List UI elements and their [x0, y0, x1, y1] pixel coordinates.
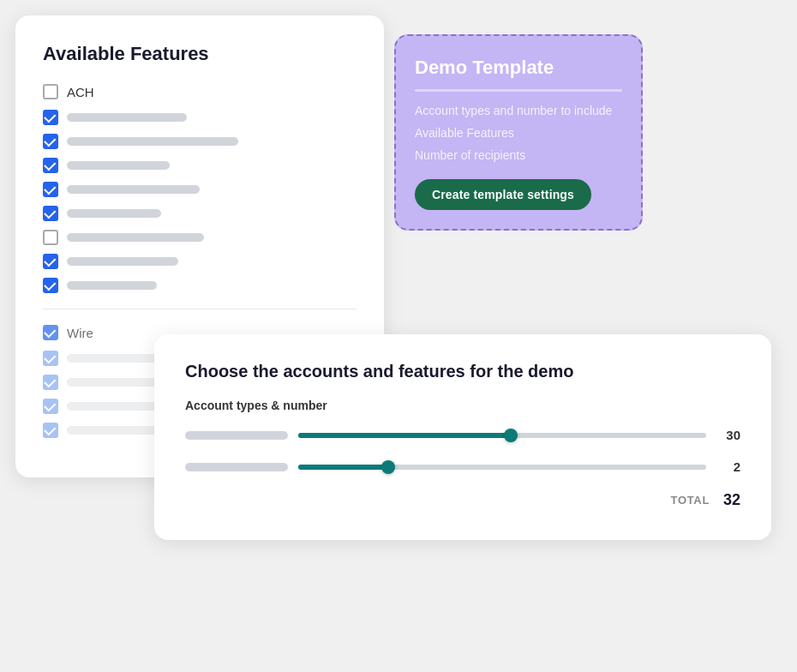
ach-row-bar-1 [67, 113, 187, 122]
ach-row-7[interactable] [43, 254, 357, 269]
total-label: TOTAL [671, 494, 710, 507]
ach-checkbox-8[interactable] [43, 278, 58, 293]
wire-checkbox-1[interactable] [43, 351, 58, 366]
demo-template-card: Demo Template Account types and number t… [394, 34, 643, 231]
total-row: TOTAL 32 [185, 491, 740, 509]
ach-row-4[interactable] [43, 182, 357, 197]
ach-row-bar-5 [67, 209, 161, 218]
choose-accounts-card: Choose the accounts and features for the… [154, 334, 771, 540]
ach-checkbox[interactable] [43, 84, 58, 99]
slider-row-1: 30 [185, 428, 740, 442]
total-value: 32 [723, 491, 740, 509]
ach-row-bar-2 [67, 137, 238, 146]
slider-row-2: 2 [185, 459, 740, 474]
ach-row-6[interactable] [43, 230, 357, 245]
demo-divider [415, 89, 622, 92]
slider-2-left-label [185, 463, 288, 471]
slider-2-fill [298, 465, 388, 470]
demo-item-2: Available Features [415, 126, 622, 140]
ach-row-bar-4 [67, 185, 200, 194]
slider-1-track[interactable] [298, 433, 706, 438]
choose-accounts-title: Choose the accounts and features for the… [185, 362, 740, 381]
ach-row-5[interactable] [43, 206, 357, 221]
ach-checkbox-5[interactable] [43, 206, 58, 221]
create-template-settings-button[interactable]: Create template settings [415, 179, 591, 210]
wire-checkbox-4[interactable] [43, 423, 58, 438]
ach-row-bar-8 [67, 281, 157, 290]
wire-checkbox[interactable] [43, 325, 58, 340]
account-types-section-label: Account types & number [185, 399, 740, 412]
slider-1-thumb[interactable] [504, 429, 518, 442]
demo-item-1: Account types and number to include [415, 104, 622, 117]
ach-checkbox-4[interactable] [43, 182, 58, 197]
ach-checkbox-3[interactable] [43, 158, 58, 173]
demo-item-3: Number of recipients [415, 148, 622, 162]
slider-2-track[interactable] [298, 465, 706, 470]
ach-checkbox-2[interactable] [43, 134, 58, 149]
ach-wire-divider [43, 309, 357, 309]
ach-row-bar-6 [67, 233, 204, 242]
slider-1-fill [298, 433, 511, 438]
wire-row-bar-4 [67, 426, 161, 435]
slider-1-value: 30 [716, 428, 740, 442]
wire-checkbox-2[interactable] [43, 375, 58, 390]
ach-row-2[interactable] [43, 134, 357, 149]
ach-checkbox-1[interactable] [43, 110, 58, 125]
ach-checkbox-6[interactable] [43, 230, 58, 245]
ach-row-bar-7 [67, 257, 178, 266]
ach-row-3[interactable] [43, 158, 357, 173]
slider-2-value: 2 [716, 459, 740, 474]
slider-2-thumb[interactable] [381, 460, 395, 474]
ach-row-8[interactable] [43, 278, 357, 293]
available-features-title: Available Features [43, 43, 357, 65]
ach-row-bar-3 [67, 161, 170, 170]
ach-row-1[interactable] [43, 110, 357, 125]
ach-section-label[interactable]: ACH [43, 84, 357, 99]
demo-template-title: Demo Template [415, 57, 622, 79]
slider-1-left-label [185, 431, 288, 440]
wire-checkbox-3[interactable] [43, 399, 58, 414]
ach-checkbox-7[interactable] [43, 254, 58, 269]
